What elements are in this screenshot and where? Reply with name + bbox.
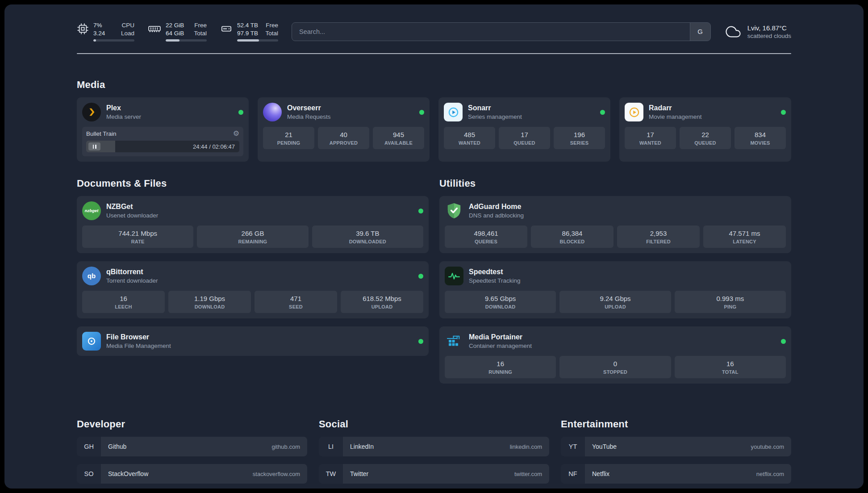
service-stats-row: 498,461QUERIES86,384BLOCKED2,953FILTERED… bbox=[445, 226, 786, 248]
dashboard-window: 7% CPU 3.24 Load bbox=[4, 4, 864, 489]
service-card-header: OverseerrMedia Requests bbox=[263, 103, 424, 121]
memory-widget: 22 GiB Free 64 GiB Total bbox=[148, 21, 207, 42]
cpu-load-value: 3.24 bbox=[93, 29, 105, 38]
stat-label: SERIES bbox=[555, 140, 603, 146]
stat-label: STOPPED bbox=[561, 369, 669, 375]
service-description: DNS and adblocking bbox=[469, 212, 524, 219]
stat-label: PING bbox=[676, 304, 784, 309]
pause-button[interactable] bbox=[88, 142, 100, 150]
service-name: qBittorrent bbox=[106, 268, 158, 276]
service-card-plex[interactable]: PlexMedia serverBullet Train⚙24:44 / 02:… bbox=[77, 97, 249, 162]
stat-label: AVAILABLE bbox=[375, 140, 422, 146]
bookmark-name: Netflix bbox=[592, 470, 609, 477]
bookmark-domain: linkedin.com bbox=[510, 443, 542, 450]
qbittorrent-icon: qb bbox=[82, 267, 101, 285]
service-card-qbittorrent[interactable]: qbqBittorrentTorrent downloader16LEECH1.… bbox=[77, 261, 429, 318]
stat-block-series: 196SERIES bbox=[554, 127, 605, 149]
cpu-widget: 7% CPU 3.24 Load bbox=[77, 21, 134, 42]
media-cards-grid: PlexMedia serverBullet Train⚙24:44 / 02:… bbox=[77, 97, 791, 162]
service-description: Media Requests bbox=[287, 113, 331, 120]
memory-free-value: 22 GiB bbox=[166, 21, 184, 29]
bookmark-name: StackOverflow bbox=[108, 470, 148, 477]
section-title-utilities: Utilities bbox=[439, 178, 791, 189]
service-card-header: RadarrMovie management bbox=[625, 103, 786, 121]
service-card-header: File BrowserMedia File Management bbox=[82, 332, 423, 351]
documents-cards: nzbgetNZBGetUsenet downloader744.21 Mbps… bbox=[77, 196, 429, 356]
stat-block-leech: 16LEECH bbox=[82, 291, 165, 313]
stat-label: QUEUED bbox=[501, 140, 548, 146]
plex-now-playing-widget: Bullet Train⚙24:44 / 02:06:47 bbox=[82, 127, 243, 156]
stat-block-upload: 9.24 GbpsUPLOAD bbox=[559, 291, 671, 313]
service-stats-row: 16LEECH1.19 GbpsDOWNLOAD471SEED618.52 Mb… bbox=[82, 291, 423, 313]
stat-value: 22 bbox=[681, 131, 729, 138]
disk-bar bbox=[237, 39, 278, 42]
stat-label: RATE bbox=[84, 239, 192, 244]
service-stats-row: 21PENDING40APPROVED945AVAILABLE bbox=[263, 127, 424, 149]
service-card-filebrowser[interactable]: File BrowserMedia File Management bbox=[77, 326, 429, 356]
cpu-usage-label: CPU bbox=[121, 21, 134, 29]
stat-block-approved: 40APPROVED bbox=[318, 127, 369, 149]
service-card-media-portainer[interactable]: Media PortainerContainer management16RUN… bbox=[439, 326, 791, 384]
disk-bar-fill bbox=[237, 39, 259, 42]
stat-block-download: 9.65 GbpsDOWNLOAD bbox=[445, 291, 556, 313]
disk-total-value: 97.9 TB bbox=[237, 29, 258, 38]
disk-free-value: 52.4 TB bbox=[237, 21, 258, 29]
speedtest-icon bbox=[445, 267, 463, 285]
status-dot-online bbox=[238, 110, 243, 115]
memory-total-label: Total bbox=[194, 29, 207, 38]
service-name: Media Portainer bbox=[469, 333, 532, 341]
portainer-icon bbox=[445, 332, 463, 351]
stat-label: RUNNING bbox=[447, 369, 554, 375]
bookmark-stackoverflow[interactable]: SOStackOverflowstackoverflow.com bbox=[77, 464, 307, 484]
bookmark-linkedin[interactable]: LILinkedInlinkedin.com bbox=[319, 437, 549, 456]
stat-value: 9.24 Gbps bbox=[561, 295, 669, 302]
stat-value: 9.65 Gbps bbox=[447, 295, 554, 302]
disk-widget: 52.4 TB Free 97.9 TB Total bbox=[220, 21, 278, 42]
service-name: Overseerr bbox=[287, 104, 331, 112]
stat-label: DOWNLOAD bbox=[170, 304, 249, 309]
bookmark-netflix[interactable]: NFNetflixnetflix.com bbox=[561, 464, 791, 484]
stat-block-movies: 834MOVIES bbox=[734, 127, 786, 149]
service-card-header: AdGuard HomeDNS and adblocking bbox=[445, 201, 786, 220]
service-description: Torrent downloader bbox=[106, 277, 158, 284]
stat-block-blocked: 86,384BLOCKED bbox=[531, 226, 613, 248]
stat-label: MOVIES bbox=[736, 140, 784, 146]
status-dot-online bbox=[418, 339, 423, 344]
cloud-icon bbox=[724, 24, 742, 39]
service-card-nzbget[interactable]: nzbgetNZBGetUsenet downloader744.21 Mbps… bbox=[77, 196, 429, 253]
status-dot-online bbox=[781, 339, 786, 344]
service-card-header: qbqBittorrentTorrent downloader bbox=[82, 267, 423, 285]
bookmark-youtube[interactable]: YTYouTubeyoutube.com bbox=[561, 437, 791, 456]
bookmark-github[interactable]: GHGithubgithub.com bbox=[77, 437, 307, 456]
service-card-overseerr[interactable]: OverseerrMedia Requests21PENDING40APPROV… bbox=[258, 97, 430, 162]
service-card-radarr[interactable]: RadarrMovie management17WANTED22QUEUED83… bbox=[619, 97, 791, 162]
bookmark-twitter[interactable]: TWTwittertwitter.com bbox=[319, 464, 549, 484]
stat-label: UPLOAD bbox=[561, 304, 669, 309]
service-card-header: nzbgetNZBGetUsenet downloader bbox=[82, 201, 423, 220]
search-provider-button[interactable]: G bbox=[690, 23, 710, 41]
memory-total-value: 64 GiB bbox=[166, 29, 184, 38]
service-card-header: Media PortainerContainer management bbox=[445, 332, 786, 351]
playback-progress-bar[interactable]: 24:44 / 02:06:47 bbox=[86, 141, 239, 152]
stat-block-available: 945AVAILABLE bbox=[373, 127, 424, 149]
status-dot-online bbox=[418, 274, 423, 279]
bookmark-domain: twitter.com bbox=[514, 471, 542, 477]
bookmark-name: YouTube bbox=[592, 443, 617, 450]
stat-block-pending: 21PENDING bbox=[263, 127, 314, 149]
cpu-bar-fill bbox=[93, 39, 96, 42]
plex-icon bbox=[82, 103, 101, 121]
service-card-adguard[interactable]: AdGuard HomeDNS and adblocking498,461QUE… bbox=[439, 196, 791, 253]
bookmark-name: Twitter bbox=[350, 470, 368, 477]
radarr-icon bbox=[625, 103, 643, 121]
service-card-speedtest[interactable]: SpeedtestSpeedtest Tracking9.65 GbpsDOWN… bbox=[439, 261, 791, 318]
settings-gear-icon[interactable]: ⚙ bbox=[233, 130, 239, 137]
service-card-sonarr[interactable]: SonarrSeries management485WANTED17QUEUED… bbox=[438, 97, 610, 162]
search-input[interactable] bbox=[292, 23, 690, 41]
service-name: Speedtest bbox=[469, 268, 521, 276]
bookmark-group-entertainment: EntertainmentYTYouTubeyoutube.comNFNetfl… bbox=[561, 418, 791, 489]
bookmark-domain: github.com bbox=[271, 443, 300, 450]
stat-label: QUEUED bbox=[681, 140, 729, 146]
stat-value: 17 bbox=[626, 131, 674, 138]
stat-label: SEED bbox=[256, 304, 335, 309]
service-description: Media File Management bbox=[106, 343, 171, 349]
